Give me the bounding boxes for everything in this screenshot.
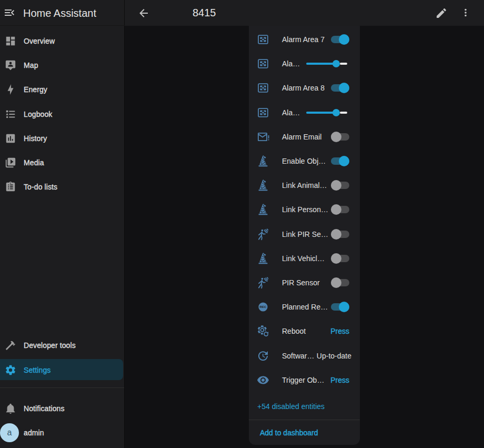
svg-text:REC: REC [259, 305, 267, 308]
